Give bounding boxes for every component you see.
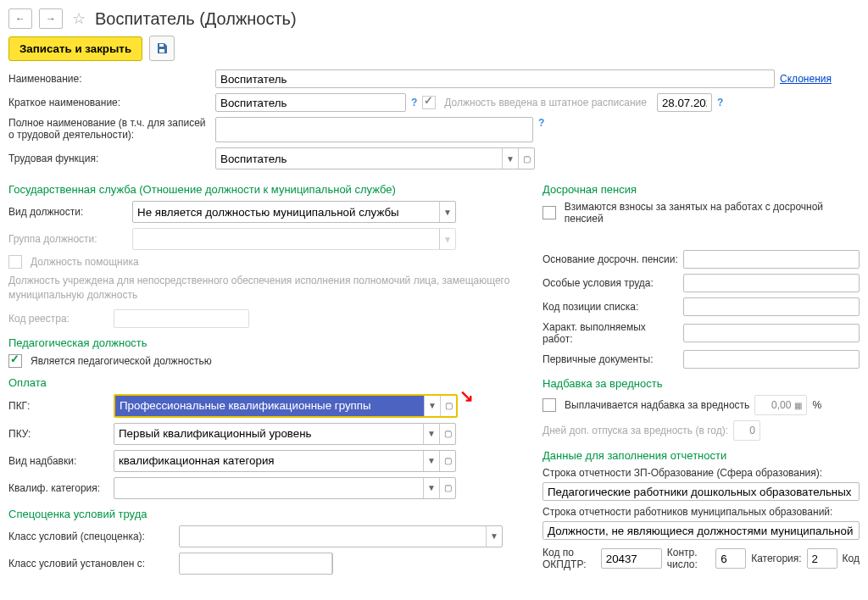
floppy-icon bbox=[156, 42, 168, 54]
assistant-label: Должность помощника bbox=[31, 256, 139, 268]
kind-label: Вид должности: bbox=[8, 206, 127, 218]
pkg-input[interactable] bbox=[115, 396, 424, 416]
addon-input[interactable] bbox=[114, 451, 423, 471]
zp-input[interactable] bbox=[542, 482, 860, 501]
chevron-down-icon: ▼ bbox=[439, 229, 455, 249]
cat-input[interactable] bbox=[807, 548, 837, 569]
open-icon[interactable]: ▢ bbox=[439, 451, 455, 471]
in-staff-date-input[interactable] bbox=[657, 93, 712, 112]
percent-label: % bbox=[812, 399, 821, 411]
full-name-input[interactable] bbox=[215, 117, 533, 142]
kind-input[interactable] bbox=[133, 202, 439, 222]
labor-function-label: Трудовая функция: bbox=[8, 153, 210, 164]
chevron-down-icon[interactable]: ▼ bbox=[502, 148, 518, 169]
in-staff-checkbox bbox=[422, 96, 436, 109]
chevron-down-icon[interactable]: ▼ bbox=[423, 451, 439, 471]
favorite-star-icon[interactable]: ☆ bbox=[70, 9, 88, 28]
chevron-down-icon[interactable]: ▼ bbox=[486, 526, 502, 547]
in-staff-label: Должность введена в штатное расписание bbox=[444, 97, 647, 108]
arrow-annotation-icon: ↘ bbox=[459, 386, 474, 406]
labor-function-combo[interactable]: ▼ ▢ bbox=[215, 147, 535, 169]
sout-set-combo[interactable]: 📅 ▼ bbox=[179, 553, 333, 575]
reg-code-label: Код реестра: bbox=[8, 313, 108, 325]
name-input[interactable] bbox=[215, 69, 775, 88]
gov-section-title: Государственная служба (Отношение должно… bbox=[8, 183, 530, 196]
kind-combo[interactable]: ▼ bbox=[132, 201, 456, 223]
pension-section-title: Досрочная пенсия bbox=[542, 183, 860, 196]
sout-set-input[interactable] bbox=[180, 553, 331, 574]
nav-forward-button[interactable]: → bbox=[39, 8, 63, 29]
open-icon[interactable]: ▢ bbox=[518, 148, 534, 169]
declensions-link[interactable]: Склонения bbox=[780, 73, 832, 85]
pkg-combo[interactable]: ▼ ▢ bbox=[114, 394, 458, 418]
group-label: Группа должности: bbox=[8, 233, 127, 245]
muni-input[interactable] bbox=[542, 521, 860, 540]
calendar-icon[interactable]: 📅 bbox=[331, 553, 333, 574]
pkg-label: ПКГ: bbox=[8, 400, 108, 412]
muni-label: Строка отчетности работников муниципальн… bbox=[542, 506, 860, 518]
pension-dues-checkbox[interactable] bbox=[542, 206, 556, 219]
chevron-down-icon[interactable]: ▼ bbox=[424, 396, 440, 416]
pension-special-input[interactable] bbox=[683, 274, 860, 292]
svg-rect-0 bbox=[159, 44, 164, 47]
help-icon[interactable]: ? bbox=[538, 117, 544, 129]
chevron-down-icon[interactable]: ▼ bbox=[439, 202, 455, 222]
harm-paid-checkbox[interactable] bbox=[542, 398, 556, 412]
pension-special-label: Особые условия труда: bbox=[542, 277, 678, 289]
svg-rect-1 bbox=[159, 49, 164, 53]
ped-section-title: Педагогическая должность bbox=[8, 336, 530, 349]
harm-paid-label: Выплачивается надбавка за вредность bbox=[565, 399, 749, 411]
chevron-down-icon[interactable]: ▼ bbox=[423, 478, 439, 498]
sout-set-label: Класс условий установлен с: bbox=[8, 558, 174, 569]
pension-docs-label: Первичные документы: bbox=[542, 353, 678, 365]
okpdtr-input[interactable] bbox=[601, 548, 662, 569]
pension-dues-label: Взимаются взносы за занятых на работах с… bbox=[565, 201, 860, 225]
check-input[interactable] bbox=[715, 548, 746, 569]
harm-section-title: Надбавка за вредность bbox=[542, 377, 860, 390]
pay-section-title: Оплата bbox=[8, 376, 530, 389]
sout-section-title: Спецоценка условий труда bbox=[8, 508, 530, 520]
short-name-input[interactable] bbox=[215, 93, 406, 112]
zp-label: Строка отчетности ЗП-Образование (Сфера … bbox=[542, 467, 860, 479]
sout-class-input[interactable] bbox=[180, 526, 486, 547]
okpdtr-label: Код по ОКПДТР: bbox=[542, 547, 596, 570]
calculator-icon: ▦ bbox=[794, 401, 802, 410]
pension-poscode-label: Код позиции списка: bbox=[542, 301, 678, 313]
pension-docs-input[interactable] bbox=[683, 350, 860, 369]
group-input bbox=[133, 229, 439, 249]
assistant-checkbox bbox=[8, 255, 22, 269]
pension-works-input[interactable] bbox=[683, 324, 860, 342]
pku-input[interactable] bbox=[114, 424, 423, 444]
qualif-input[interactable] bbox=[114, 478, 423, 498]
labor-function-input[interactable] bbox=[216, 148, 502, 169]
is-ped-label: Является педагогической должностью bbox=[31, 355, 212, 367]
pension-basis-label: Основание досрочн. пенсии: bbox=[542, 253, 678, 265]
cat-label: Категория: bbox=[751, 553, 801, 564]
is-ped-checkbox[interactable] bbox=[8, 354, 22, 368]
harm-value: 0,00▦ bbox=[754, 395, 807, 415]
name-label: Наименование: bbox=[8, 73, 210, 85]
open-icon[interactable]: ▢ bbox=[439, 424, 455, 444]
open-icon[interactable]: ▢ bbox=[439, 478, 455, 498]
group-combo: ▼ bbox=[132, 228, 456, 250]
pension-basis-input[interactable] bbox=[683, 250, 860, 269]
help-icon[interactable]: ? bbox=[411, 97, 417, 108]
pension-poscode-input[interactable] bbox=[683, 297, 860, 316]
pku-combo[interactable]: ▼ ▢ bbox=[114, 423, 456, 445]
help-icon[interactable]: ? bbox=[717, 97, 723, 108]
check-label: Контр. число: bbox=[667, 547, 710, 570]
sout-class-combo[interactable]: ▼ bbox=[179, 525, 503, 547]
qualif-combo[interactable]: ▼ ▢ bbox=[114, 477, 456, 499]
report-section-title: Данные для заполнения отчетности bbox=[542, 449, 860, 462]
save-and-close-button[interactable]: Записать и закрыть bbox=[8, 36, 142, 61]
short-name-label: Краткое наименование: bbox=[8, 97, 210, 108]
code-label: Код bbox=[843, 553, 860, 564]
harm-days-value: 0 bbox=[733, 420, 760, 441]
harm-days-label: Дней доп. отпуска за вредность (в год): bbox=[542, 425, 728, 436]
nav-back-button[interactable]: ← bbox=[8, 8, 32, 29]
save-button[interactable] bbox=[149, 36, 175, 61]
open-icon[interactable]: ▢ bbox=[440, 396, 456, 416]
reg-code-input bbox=[114, 309, 249, 328]
chevron-down-icon[interactable]: ▼ bbox=[423, 424, 439, 444]
addon-combo[interactable]: ▼ ▢ bbox=[114, 450, 456, 472]
